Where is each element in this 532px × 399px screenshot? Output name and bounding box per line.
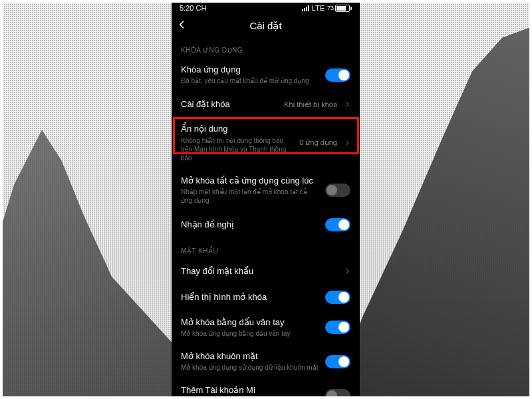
face-toggle[interactable]	[325, 355, 350, 368]
row-show-pattern[interactable]: Hiển thị hình mở khóa	[181, 284, 350, 311]
signal-icon	[302, 5, 309, 11]
face-label: Mở khóa khuôn mặt	[181, 351, 320, 362]
back-button[interactable]	[177, 19, 190, 33]
face-sub: Mở khóa ứng dụng sử dụng dữ liệu khuôn m…	[181, 363, 320, 372]
chevron-right-icon	[344, 98, 350, 110]
show-pattern-toggle[interactable]	[325, 291, 350, 304]
network-label: LTE	[312, 4, 325, 12]
chevron-right-icon	[344, 137, 350, 149]
unlock-all-sub: Nhập mật khẩu một lần để mở khóa tất cả …	[181, 188, 320, 205]
section-password: MẬT KHẨU	[181, 247, 350, 255]
hide-content-label: Ẩn nội dung	[181, 124, 294, 134]
chevron-left-icon	[177, 19, 188, 30]
unlock-all-label: Mở khóa tất cả ứng dụng cùng lúc	[181, 176, 320, 186]
lock-app-label: Khóa ứng dụng	[181, 65, 320, 75]
row-mi-account[interactable]: Thêm Tài khoản Mi Sử dụng Tài khoản Mi đ…	[181, 378, 350, 399]
lock-app-toggle[interactable]	[325, 68, 350, 82]
hide-content-sub: Không hiển thị nội dung thông báo trên M…	[181, 136, 294, 162]
row-fingerprint[interactable]: Mở khóa bằng dấu vân tay Mở khóa ứng dụn…	[181, 311, 350, 344]
phone-screen: 5:20 CH LTE 73 Cài đặt KHÓA ỨNG DỤNG Khó…	[172, 0, 360, 399]
settings-list: KHÓA ỨNG DỤNG Khóa ứng dụng Đã bật, yêu …	[172, 47, 360, 399]
page-title: Cài đặt	[249, 20, 281, 32]
status-bar: 5:20 CH LTE 73	[172, 0, 360, 15]
mi-account-label: Thêm Tài khoản Mi	[181, 385, 320, 396]
row-unlock-all[interactable]: Mở khóa tất cả ứng dụng cùng lúc Nhập mậ…	[181, 169, 350, 211]
composition: 5:20 CH LTE 73 Cài đặt KHÓA ỨNG DỤNG Khó…	[0, 0, 532, 399]
lock-setting-value: Khi thiết bị khóa	[284, 100, 337, 109]
battery-icon: 73	[327, 5, 352, 12]
chevron-right-icon	[344, 265, 350, 277]
row-suggest[interactable]: Nhận đề nghị	[181, 211, 350, 238]
row-lock-app[interactable]: Khóa ứng dụng Đã bật, yêu cầu mật khẩu đ…	[181, 58, 350, 92]
hide-content-value: 0 ứng dụng	[299, 138, 337, 147]
lock-app-sub: Đã bật, yêu cầu mật khẩu để mở ứng dụng	[181, 76, 320, 85]
fingerprint-sub: Mở khóa ứng dụng bằng dấu vân tay	[181, 329, 320, 338]
battery-pct: 73	[327, 5, 334, 11]
change-password-label: Thay đổi mật khẩu	[181, 266, 337, 277]
mi-account-toggle[interactable]	[325, 389, 350, 399]
header: Cài đặt	[172, 15, 360, 37]
row-change-password[interactable]: Thay đổi mật khẩu	[181, 259, 350, 284]
row-hide-content[interactable]: Ẩn nội dung Không hiển thị nội dung thôn…	[181, 117, 350, 168]
fingerprint-label: Mở khóa bằng dấu vân tay	[181, 317, 320, 328]
suggest-toggle[interactable]	[325, 218, 350, 231]
row-lock-setting[interactable]: Cài đặt khóa Khi thiết bị khóa	[181, 92, 350, 117]
row-face[interactable]: Mở khóa khuôn mặt Mở khóa ứng dụng sử dụ…	[181, 344, 350, 378]
unlock-all-toggle[interactable]	[325, 184, 350, 197]
show-pattern-label: Hiển thị hình mở khóa	[181, 292, 320, 303]
suggest-label: Nhận đề nghị	[181, 219, 320, 230]
status-right: LTE 73	[302, 4, 352, 12]
section-app-lock: KHÓA ỨNG DỤNG	[181, 47, 350, 54]
fingerprint-toggle[interactable]	[325, 321, 350, 334]
lock-setting-label: Cài đặt khóa	[181, 99, 279, 110]
status-time: 5:20 CH	[180, 4, 206, 12]
